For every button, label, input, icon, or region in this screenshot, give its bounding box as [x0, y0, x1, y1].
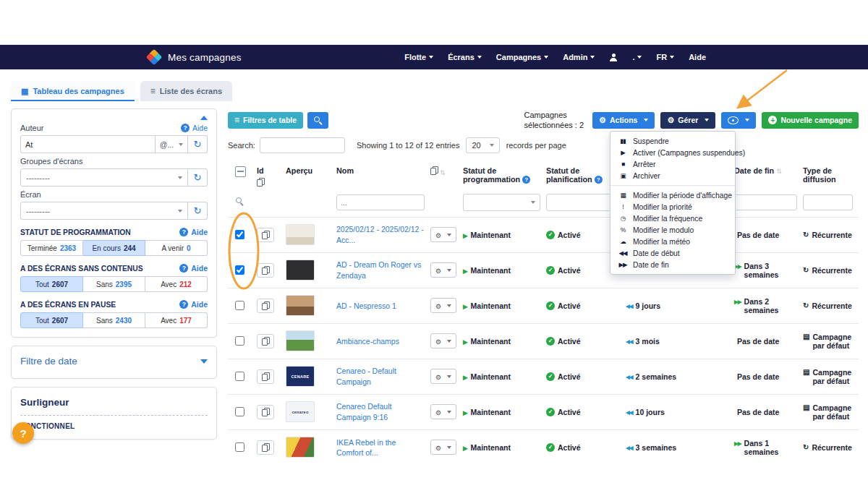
nav-item-ecrans[interactable]: Écrans: [448, 53, 482, 61]
actions-button[interactable]: Actions: [592, 112, 655, 129]
section-aide-link[interactable]: ?Aide: [179, 300, 208, 309]
row-settings-button[interactable]: [430, 333, 456, 348]
campaign-name-link[interactable]: IKEA Rebel in the Comfort of...: [336, 437, 425, 458]
nav-item-flotte[interactable]: Flotte: [404, 53, 433, 61]
row-checkbox[interactable]: [235, 336, 244, 346]
campaign-thumbnail[interactable]: [286, 295, 315, 316]
campaign-thumbnail[interactable]: [286, 437, 315, 458]
date-filter-card[interactable]: Filtre de date: [11, 346, 217, 379]
copy-id-button[interactable]: [257, 334, 274, 348]
campaign-thumbnail[interactable]: [286, 260, 315, 281]
menu-item-modulo[interactable]: %Modifier le modulo: [610, 224, 735, 236]
campaign-name-link[interactable]: AD - Nespresso 1: [336, 301, 396, 311]
page-size-select[interactable]: 20: [466, 137, 499, 153]
campaign-thumbnail[interactable]: cenareo: [286, 401, 315, 422]
menu-item-archiver[interactable]: ▣Archiver: [610, 170, 735, 181]
copy-id-button[interactable]: [257, 263, 274, 278]
filter-sans-button[interactable]: Sans2430: [83, 312, 145, 328]
row-checkbox[interactable]: [235, 230, 244, 239]
help-icon[interactable]: ?: [595, 176, 603, 184]
header-type-diffusion[interactable]: Type de diffusion: [803, 160, 859, 192]
menu-item-date-fin[interactable]: ▶▶Date de fin: [610, 259, 735, 270]
auteur-input[interactable]: [20, 135, 156, 153]
copy-id-button[interactable]: [257, 440, 274, 455]
statut-plan-filter-select[interactable]: [546, 194, 620, 211]
help-fab-button[interactable]: ?: [12, 422, 34, 444]
menu-item-periode-affichage[interactable]: ▦Modifier la période d'affichage: [610, 189, 735, 201]
groupes-select[interactable]: ---------: [20, 168, 188, 187]
table-filters-button[interactable]: Filtres de table: [228, 112, 303, 129]
filter-avec-button[interactable]: Avec177: [145, 312, 208, 328]
section-aide-link[interactable]: ?Aide: [179, 228, 208, 236]
menu-item-date-debut[interactable]: ◀◀Date de début: [610, 247, 735, 259]
copy-id-button[interactable]: [257, 228, 274, 242]
new-campaign-button[interactable]: Nouvelle campagne: [762, 112, 859, 129]
refresh-button[interactable]: [188, 135, 208, 153]
nom-filter-input[interactable]: [336, 194, 425, 210]
header-apercu[interactable]: Aperçu: [286, 160, 336, 192]
row-checkbox[interactable]: [235, 265, 244, 275]
campaign-name-link[interactable]: 2025/02/12 - 2025/02/12 - Acc...: [336, 224, 425, 244]
auteur-addon-select[interactable]: @...: [156, 135, 188, 153]
copy-id-button[interactable]: [257, 369, 274, 384]
tab-tableau-campagnes[interactable]: Tableau des campagnes: [11, 81, 135, 101]
menu-item-suspendre[interactable]: ▮▮Suspendre: [610, 135, 735, 147]
row-checkbox[interactable]: [235, 372, 244, 381]
tab-liste-ecrans[interactable]: Liste des écrans: [140, 81, 232, 101]
row-checkbox[interactable]: [235, 301, 244, 310]
menu-item-activer[interactable]: ▶Activer (Campagnes suspendues): [610, 147, 735, 158]
copy-icon[interactable]: [257, 178, 264, 187]
section-aide-link[interactable]: ?Aide: [179, 264, 208, 273]
row-settings-button[interactable]: [430, 227, 456, 242]
select-all-header[interactable]: [228, 160, 257, 192]
filter-a-venir-button[interactable]: A venir0: [145, 240, 208, 256]
filter-sans-button[interactable]: Sans2395: [83, 276, 145, 292]
filter-en-cours-button[interactable]: En cours244: [83, 240, 145, 256]
ecran-select[interactable]: ---------: [20, 202, 188, 220]
campaign-thumbnail[interactable]: [286, 224, 315, 245]
table-search-input[interactable]: [260, 137, 345, 153]
date-fin-filter-input[interactable]: [734, 194, 797, 210]
help-icon[interactable]: ?: [522, 176, 530, 184]
filter-terminee-button[interactable]: Terminée2363: [20, 240, 83, 256]
row-settings-button[interactable]: [430, 298, 456, 313]
menu-item-frequence[interactable]: ◷Modifier la fréquence: [610, 213, 735, 224]
header-statut-programmation[interactable]: Statut de programmation?: [463, 160, 546, 192]
nav-item-admin[interactable]: Admin: [563, 53, 595, 61]
menu-item-priorite[interactable]: !Modifier la priorité: [610, 201, 735, 213]
header-date-fin[interactable]: Date de fin: [734, 160, 803, 192]
campaign-thumbnail[interactable]: CENARE: [286, 366, 315, 387]
menu-item-arreter[interactable]: ■Arrêter: [610, 158, 735, 170]
campaign-name-link[interactable]: Cenareo Default Campaign 9:16: [336, 401, 425, 421]
row-settings-button[interactable]: [430, 440, 456, 455]
collapse-chevron-up-icon[interactable]: [200, 116, 208, 120]
header-id[interactable]: Id: [257, 160, 286, 192]
copy-id-button[interactable]: [257, 299, 274, 313]
campaign-name-link[interactable]: Ambiance-champs: [336, 336, 399, 346]
campaign-thumbnail[interactable]: [286, 330, 315, 351]
header-nom[interactable]: Nom: [336, 160, 430, 192]
visibility-button[interactable]: [721, 112, 756, 129]
header-actions[interactable]: [430, 160, 463, 192]
row-settings-button[interactable]: [430, 262, 456, 278]
brand[interactable]: Mes campagnes: [148, 51, 242, 63]
search-button[interactable]: [307, 112, 328, 129]
nav-item-campagnes[interactable]: Campagnes: [496, 53, 548, 61]
campaign-name-link[interactable]: AD - Dream On Roger vs Zendaya: [336, 260, 425, 280]
nav-item-aide[interactable]: Aide: [689, 53, 706, 61]
gerer-button[interactable]: Gérer: [660, 112, 715, 129]
menu-item-meteo[interactable]: ☁Modifier la météo: [610, 236, 735, 247]
copy-id-button[interactable]: [257, 405, 274, 419]
row-checkbox[interactable]: [235, 407, 244, 416]
auteur-aide-link[interactable]: ?Aide: [181, 124, 208, 132]
row-settings-button[interactable]: [430, 369, 456, 384]
refresh-button[interactable]: [188, 168, 208, 187]
locale-menu[interactable]: FR: [656, 53, 674, 61]
filter-avec-button[interactable]: Avec212: [145, 276, 208, 292]
type-filter-input[interactable]: [803, 194, 853, 210]
refresh-button[interactable]: [188, 202, 208, 220]
statut-prog-filter-select[interactable]: [463, 194, 540, 211]
indeterminate-checkbox-icon[interactable]: [235, 166, 246, 177]
account-menu[interactable]: .: [632, 53, 642, 61]
row-checkbox[interactable]: [235, 442, 244, 452]
